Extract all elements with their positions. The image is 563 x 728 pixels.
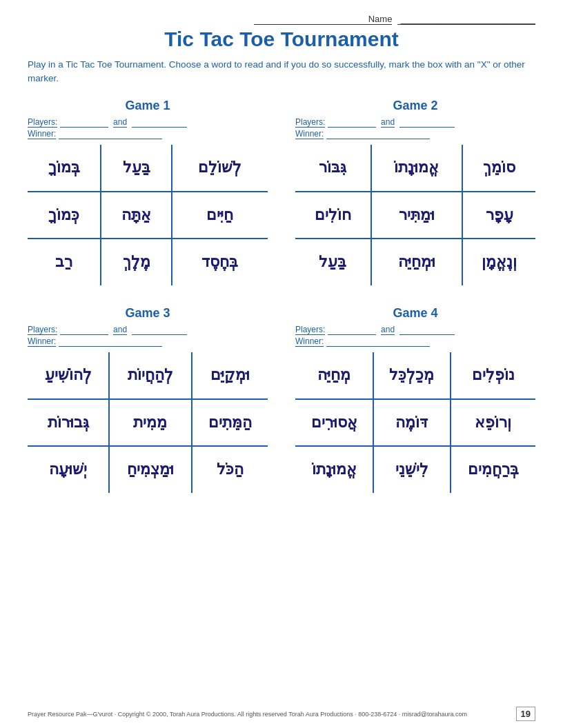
cell[interactable]: אֱמוּנָתוֹ — [371, 145, 462, 192]
cell[interactable]: דּוֹמֶה — [373, 399, 451, 446]
game-4: Game 4 Players: and Winner: מְחַיֵּה מְכ… — [295, 306, 535, 493]
cell[interactable]: מְחַיֵּה — [295, 352, 373, 399]
cell[interactable]: בְּחֶסֶד — [172, 239, 268, 285]
table-row: בַּעַל וּמְחַיֵּה וְנֶאֱמָן — [295, 239, 535, 285]
cell[interactable]: לְהוֹשִׁיעַ — [28, 352, 109, 399]
cell[interactable]: מֶלֶךְ — [101, 239, 171, 285]
cell[interactable]: וּמְחַיֵּה — [371, 239, 462, 285]
game-4-winner: Winner: — [295, 336, 535, 347]
cell[interactable]: חוֹלִים — [295, 192, 371, 239]
cell[interactable]: לְהַחֲיוֹת — [109, 352, 192, 399]
game-3-grid: לְהוֹשִׁיעַ לְהַחֲיוֹת וּמְקַיֵּם גְּבוּ… — [28, 352, 268, 493]
table-row: גִּבּוֹר אֱמוּנָתוֹ סוֹמֵךְ — [295, 145, 535, 192]
game-2: Game 2 Players: and Winner: גִּבּוֹר אֱמ… — [295, 99, 535, 285]
table-row: מְחַיֵּה מְכַלְכֵּל נוֹפְלִים — [295, 352, 535, 399]
game-3-title: Game 3 — [28, 306, 268, 321]
cell[interactable]: בַּעַל — [101, 145, 171, 192]
page-title: Tic Tac Toe Tournament — [28, 28, 535, 51]
cell[interactable]: הַמֵּתִים — [192, 399, 268, 446]
game-1-players: Players: and — [28, 117, 268, 128]
footer: Prayer Resource Pak—G'vurot · Copyright … — [0, 707, 563, 721]
table-row: לְהוֹשִׁיעַ לְהַחֲיוֹת וּמְקַיֵּם — [28, 352, 268, 399]
cell[interactable]: יְשׁוּעָה — [28, 446, 109, 493]
cell[interactable]: כְּמוֹךָ — [28, 192, 101, 239]
cell[interactable]: גְּבוּרוֹת — [28, 399, 109, 446]
table-row: רַב מֶלֶךְ בְּחֶסֶד — [28, 239, 268, 285]
table-row: יְשׁוּעָה וּמַצְמִיחַ הַכֹּל — [28, 446, 268, 493]
game-3-players: Players: and — [28, 325, 268, 335]
cell[interactable]: בְּרַחֲמִים — [451, 446, 535, 493]
cell[interactable]: חַיִּים — [172, 192, 268, 239]
cell[interactable]: לְשׁוֹלֵם — [172, 145, 268, 192]
cell[interactable]: אַתָּה — [101, 192, 171, 239]
cell[interactable]: וּמְקַיֵּם — [192, 352, 268, 399]
game-1-grid: בְּמוֹךָ בַּעַל לְשׁוֹלֵם כְּמוֹךָ אַתָּ… — [28, 145, 268, 285]
footer-page: 19 — [516, 707, 535, 721]
cell[interactable]: מְכַלְכֵּל — [373, 352, 451, 399]
cell[interactable]: וּמַתִּיר — [371, 192, 462, 239]
game-4-title: Game 4 — [295, 306, 535, 321]
table-row: בְּמוֹךָ בַּעַל לְשׁוֹלֵם — [28, 145, 268, 192]
table-row: גְּבוּרוֹת מֵמִית הַמֵּתִים — [28, 399, 268, 446]
cell[interactable]: וּמַצְמִיחַ — [109, 446, 192, 493]
table-row: אֱמוּנָתוֹ לִישֵׁנֵי בְּרַחֲמִים — [295, 446, 535, 493]
cell[interactable]: מֵמִית — [109, 399, 192, 446]
name-line: Name ___________________________ — [28, 14, 535, 25]
cell[interactable]: הַכֹּל — [192, 446, 268, 493]
footer-text: Prayer Resource Pak—G'vurot · Copyright … — [28, 711, 467, 718]
table-row: אֲסוּרִים דּוֹמֶה וְרוֹפֵא — [295, 399, 535, 446]
game-1-winner: Winner: — [28, 129, 268, 139]
instructions: Play in a Tic Tac Toe Tournament. Choose… — [28, 58, 535, 86]
cell[interactable]: רַב — [28, 239, 101, 285]
table-row: כְּמוֹךָ אַתָּה חַיִּים — [28, 192, 268, 239]
cell[interactable]: גִּבּוֹר — [295, 145, 371, 192]
game-1-title: Game 1 — [28, 99, 268, 113]
cell[interactable]: סוֹמֵךְ — [462, 145, 535, 192]
game-1: Game 1 Players: and Winner: בְּמוֹךָ בַּ… — [28, 99, 268, 285]
table-row: חוֹלִים וּמַתִּיר עָפָר — [295, 192, 535, 239]
game-2-title: Game 2 — [295, 99, 535, 113]
cell[interactable]: בְּמוֹךָ — [28, 145, 101, 192]
cell[interactable]: לִישֵׁנֵי — [373, 446, 451, 493]
game-4-grid: מְחַיֵּה מְכַלְכֵּל נוֹפְלִים אֲסוּרִים … — [295, 352, 535, 493]
game-2-grid: גִּבּוֹר אֱמוּנָתוֹ סוֹמֵךְ חוֹלִים וּמַ… — [295, 145, 535, 285]
games-grid: Game 1 Players: and Winner: בְּמוֹךָ בַּ… — [28, 99, 535, 493]
cell[interactable]: אֱמוּנָתוֹ — [295, 446, 373, 493]
cell[interactable]: נוֹפְלִים — [451, 352, 535, 399]
cell[interactable]: בַּעַל — [295, 239, 371, 285]
game-3-winner: Winner: — [28, 336, 268, 347]
game-2-winner: Winner: — [295, 129, 535, 139]
game-2-players: Players: and — [295, 117, 535, 128]
game-4-players: Players: and — [295, 325, 535, 335]
game-3: Game 3 Players: and Winner: לְהוֹשִׁיעַ … — [28, 306, 268, 493]
cell[interactable]: עָפָר — [462, 192, 535, 239]
cell[interactable]: וְנֶאֱמָן — [462, 239, 535, 285]
cell[interactable]: אֲסוּרִים — [295, 399, 373, 446]
cell[interactable]: וְרוֹפֵא — [451, 399, 535, 446]
